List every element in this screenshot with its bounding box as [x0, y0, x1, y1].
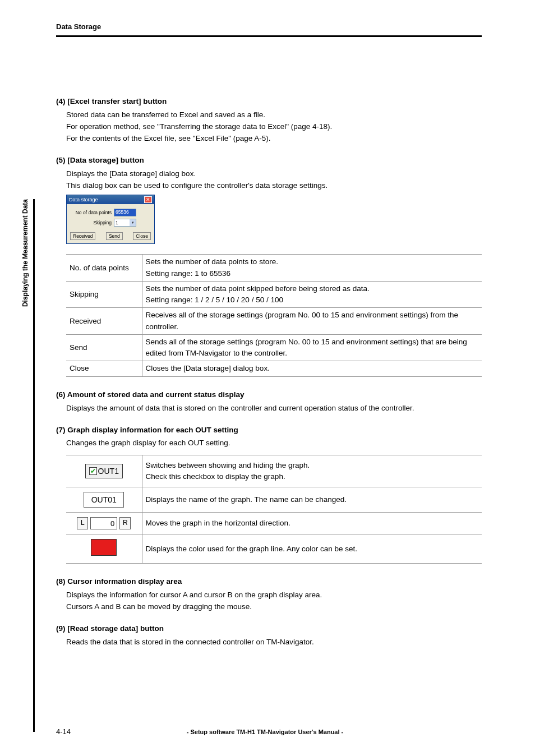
section-8-line1: Displays the information for cursor A an… — [66, 589, 482, 601]
table-row: Received Receives all of the storage set… — [66, 308, 482, 335]
graph-color-swatch[interactable] — [91, 539, 117, 556]
param-desc: Setting range: 1 to 65536 — [146, 268, 479, 279]
section-5-line1: Displays the [Data storage] dialog box. — [66, 168, 482, 180]
param-desc: Setting range: 1 / 2 / 5 / 10 / 20 / 50 … — [146, 294, 479, 306]
table-row: No. of data points Sets the number of da… — [66, 255, 482, 282]
dialog-skipping-label: Skipping — [70, 220, 114, 225]
dialog-send-button[interactable]: Send — [106, 232, 123, 240]
section-8-title: (8) Cursor information display area — [56, 576, 482, 588]
param-desc: Sends all of the storage settings (progr… — [142, 334, 482, 361]
footer-manual-title: - Setup software TM-H1 TM-Navigator User… — [71, 729, 459, 735]
header-rule — [56, 35, 482, 37]
data-storage-settings-table: No. of data points Sets the number of da… — [66, 254, 482, 376]
out-visibility-checkbox[interactable]: ✔ OUT1 — [85, 464, 123, 478]
graph-display-settings-table: ✔ OUT1 Switches between showing and hidi… — [66, 455, 482, 564]
chevron-down-icon[interactable]: ▾ — [130, 219, 136, 226]
dialog-points-label: No of data points — [70, 210, 114, 215]
dialog-received-button[interactable]: Received — [70, 232, 95, 240]
move-right-button[interactable]: R — [119, 517, 131, 529]
param-desc: Closes the [Data storage] dialog box. — [142, 361, 482, 376]
section-6-line1: Displays the amount of data that is stor… — [66, 403, 482, 414]
section-5-title: (5) [Data storage] button — [56, 155, 482, 167]
table-row: Close Closes the [Data storage] dialog b… — [66, 361, 482, 376]
page-footer: 4-14 - Setup software TM-H1 TM-Navigator… — [56, 727, 482, 736]
table-row: ✔ OUT1 Switches between showing and hidi… — [66, 455, 482, 487]
dialog-points-input[interactable]: 65536 — [114, 209, 136, 216]
section-4-line1: Stored data can be transferred to Excel … — [66, 109, 482, 121]
section-9-title: (9) [Read storage data] button — [56, 623, 482, 635]
param-desc: Sets the number of data point skipped be… — [146, 283, 479, 294]
table-row: Skipping Sets the number of data point s… — [66, 281, 482, 308]
checkbox-label: OUT1 — [98, 465, 119, 477]
page-header-title: Data Storage — [56, 22, 482, 31]
param-label: Send — [66, 334, 142, 361]
close-icon[interactable]: ✕ — [144, 196, 152, 203]
section-6-title: (6) Amount of stored data and current st… — [56, 389, 482, 401]
param-label: Received — [66, 308, 142, 335]
horizontal-move-stepper: L 0 R — [77, 517, 131, 529]
table-row: OUT01 Displays the name of the graph. Th… — [66, 487, 482, 512]
page-number: 4-14 — [56, 727, 71, 736]
section-8-line2: Cursors A and B can be moved by dragging… — [66, 601, 482, 613]
section-4-line3: For the contents of the Excel file, see … — [66, 133, 482, 145]
dialog-skipping-value: 1 — [116, 220, 118, 225]
dialog-title: Data storage — [69, 197, 98, 202]
param-desc: Receives all of the storage settings (pr… — [142, 308, 482, 335]
ui-desc: Displays the color used for the graph li… — [142, 534, 482, 564]
ui-desc: Moves the graph in the horizontal direct… — [142, 512, 482, 534]
check-icon: ✔ — [89, 467, 97, 475]
param-label: Skipping — [66, 281, 142, 308]
dialog-close-button[interactable]: Close — [133, 232, 151, 240]
ui-desc: Switches between showing and hiding the … — [146, 460, 479, 471]
section-4-title: (4) [Excel transfer start] button — [56, 96, 482, 108]
table-row: L 0 R Moves the graph in the horizontal … — [66, 512, 482, 534]
dialog-skipping-select[interactable]: 1 ▾ — [114, 219, 136, 227]
section-7-line1: Changes the graph display for each OUT s… — [66, 437, 482, 449]
table-row: Displays the color used for the graph li… — [66, 534, 482, 564]
param-label: Close — [66, 361, 142, 376]
ui-desc: Displays the name of the graph. The name… — [142, 487, 482, 512]
graph-name-field[interactable]: OUT01 — [84, 492, 124, 508]
param-label: No. of data points — [66, 255, 142, 282]
table-row: Send Sends all of the storage settings (… — [66, 334, 482, 361]
move-left-button[interactable]: L — [77, 517, 88, 529]
ui-desc: Check this checkbox to display the graph… — [146, 471, 479, 482]
section-5-line2: This dialog box can be used to configure… — [66, 180, 482, 192]
param-desc: Sets the number of data points to store. — [146, 256, 479, 268]
section-7-title: (7) Graph display information for each O… — [56, 425, 482, 436]
move-value-field[interactable]: 0 — [90, 517, 117, 529]
section-9-line1: Reads the data that is stored in the con… — [66, 637, 482, 648]
section-4-line2: For operation method, see "Transferring … — [66, 121, 482, 133]
data-storage-dialog: Data storage ✕ No of data points 65536 S… — [66, 195, 155, 244]
